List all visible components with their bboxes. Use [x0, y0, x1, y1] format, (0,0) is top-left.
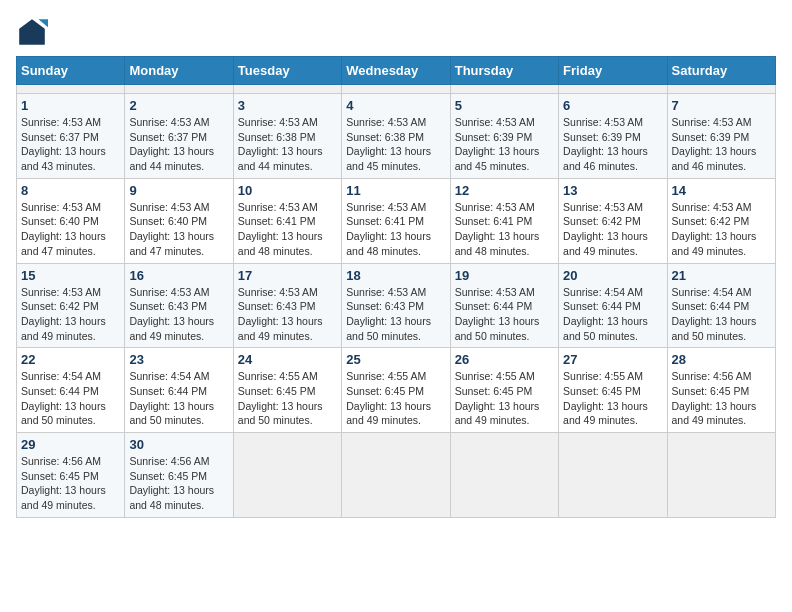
calendar-week-row: 15Sunrise: 4:53 AMSunset: 6:42 PMDayligh… — [17, 263, 776, 348]
day-number: 8 — [21, 183, 120, 198]
calendar-cell: 26Sunrise: 4:55 AMSunset: 6:45 PMDayligh… — [450, 348, 558, 433]
calendar-cell: 5Sunrise: 4:53 AMSunset: 6:39 PMDaylight… — [450, 94, 558, 179]
day-number: 3 — [238, 98, 337, 113]
day-info: Sunrise: 4:56 AMSunset: 6:45 PMDaylight:… — [129, 454, 228, 513]
day-number: 20 — [563, 268, 662, 283]
calendar-cell: 13Sunrise: 4:53 AMSunset: 6:42 PMDayligh… — [559, 178, 667, 263]
day-number: 21 — [672, 268, 771, 283]
day-number: 7 — [672, 98, 771, 113]
day-info: Sunrise: 4:53 AMSunset: 6:42 PMDaylight:… — [672, 200, 771, 259]
day-info: Sunrise: 4:53 AMSunset: 6:38 PMDaylight:… — [346, 115, 445, 174]
day-info: Sunrise: 4:53 AMSunset: 6:40 PMDaylight:… — [129, 200, 228, 259]
calendar-cell: 22Sunrise: 4:54 AMSunset: 6:44 PMDayligh… — [17, 348, 125, 433]
calendar-cell — [667, 85, 775, 94]
day-info: Sunrise: 4:55 AMSunset: 6:45 PMDaylight:… — [563, 369, 662, 428]
calendar-cell: 14Sunrise: 4:53 AMSunset: 6:42 PMDayligh… — [667, 178, 775, 263]
day-number: 27 — [563, 352, 662, 367]
calendar-cell: 1Sunrise: 4:53 AMSunset: 6:37 PMDaylight… — [17, 94, 125, 179]
calendar-cell: 19Sunrise: 4:53 AMSunset: 6:44 PMDayligh… — [450, 263, 558, 348]
day-info: Sunrise: 4:55 AMSunset: 6:45 PMDaylight:… — [346, 369, 445, 428]
day-number: 23 — [129, 352, 228, 367]
calendar-cell: 21Sunrise: 4:54 AMSunset: 6:44 PMDayligh… — [667, 263, 775, 348]
day-info: Sunrise: 4:53 AMSunset: 6:39 PMDaylight:… — [563, 115, 662, 174]
day-info: Sunrise: 4:53 AMSunset: 6:44 PMDaylight:… — [455, 285, 554, 344]
calendar-cell: 27Sunrise: 4:55 AMSunset: 6:45 PMDayligh… — [559, 348, 667, 433]
calendar-cell — [450, 85, 558, 94]
day-header-monday: Monday — [125, 57, 233, 85]
day-info: Sunrise: 4:53 AMSunset: 6:43 PMDaylight:… — [238, 285, 337, 344]
calendar-week-row: 22Sunrise: 4:54 AMSunset: 6:44 PMDayligh… — [17, 348, 776, 433]
calendar-cell: 29Sunrise: 4:56 AMSunset: 6:45 PMDayligh… — [17, 433, 125, 518]
calendar-cell — [559, 433, 667, 518]
calendar-cell: 16Sunrise: 4:53 AMSunset: 6:43 PMDayligh… — [125, 263, 233, 348]
calendar-cell: 11Sunrise: 4:53 AMSunset: 6:41 PMDayligh… — [342, 178, 450, 263]
calendar-cell: 7Sunrise: 4:53 AMSunset: 6:39 PMDaylight… — [667, 94, 775, 179]
calendar-week-row — [17, 85, 776, 94]
calendar-cell: 20Sunrise: 4:54 AMSunset: 6:44 PMDayligh… — [559, 263, 667, 348]
day-info: Sunrise: 4:56 AMSunset: 6:45 PMDaylight:… — [21, 454, 120, 513]
day-info: Sunrise: 4:54 AMSunset: 6:44 PMDaylight:… — [672, 285, 771, 344]
day-number: 2 — [129, 98, 228, 113]
day-number: 19 — [455, 268, 554, 283]
calendar-cell: 17Sunrise: 4:53 AMSunset: 6:43 PMDayligh… — [233, 263, 341, 348]
calendar-cell: 28Sunrise: 4:56 AMSunset: 6:45 PMDayligh… — [667, 348, 775, 433]
day-info: Sunrise: 4:53 AMSunset: 6:41 PMDaylight:… — [455, 200, 554, 259]
calendar-header: SundayMondayTuesdayWednesdayThursdayFrid… — [17, 57, 776, 85]
calendar-cell: 6Sunrise: 4:53 AMSunset: 6:39 PMDaylight… — [559, 94, 667, 179]
day-header-saturday: Saturday — [667, 57, 775, 85]
calendar-week-row: 1Sunrise: 4:53 AMSunset: 6:37 PMDaylight… — [17, 94, 776, 179]
day-number: 13 — [563, 183, 662, 198]
calendar-cell — [342, 433, 450, 518]
calendar-cell: 2Sunrise: 4:53 AMSunset: 6:37 PMDaylight… — [125, 94, 233, 179]
day-info: Sunrise: 4:53 AMSunset: 6:43 PMDaylight:… — [346, 285, 445, 344]
page-header — [16, 16, 776, 48]
calendar-cell: 15Sunrise: 4:53 AMSunset: 6:42 PMDayligh… — [17, 263, 125, 348]
day-number: 29 — [21, 437, 120, 452]
day-info: Sunrise: 4:53 AMSunset: 6:37 PMDaylight:… — [21, 115, 120, 174]
calendar-cell: 12Sunrise: 4:53 AMSunset: 6:41 PMDayligh… — [450, 178, 558, 263]
day-header-tuesday: Tuesday — [233, 57, 341, 85]
day-info: Sunrise: 4:55 AMSunset: 6:45 PMDaylight:… — [455, 369, 554, 428]
day-info: Sunrise: 4:53 AMSunset: 6:39 PMDaylight:… — [455, 115, 554, 174]
day-info: Sunrise: 4:53 AMSunset: 6:39 PMDaylight:… — [672, 115, 771, 174]
day-header-sunday: Sunday — [17, 57, 125, 85]
day-info: Sunrise: 4:54 AMSunset: 6:44 PMDaylight:… — [21, 369, 120, 428]
calendar-cell: 8Sunrise: 4:53 AMSunset: 6:40 PMDaylight… — [17, 178, 125, 263]
day-info: Sunrise: 4:53 AMSunset: 6:41 PMDaylight:… — [238, 200, 337, 259]
calendar-cell: 25Sunrise: 4:55 AMSunset: 6:45 PMDayligh… — [342, 348, 450, 433]
calendar-cell: 24Sunrise: 4:55 AMSunset: 6:45 PMDayligh… — [233, 348, 341, 433]
calendar-cell: 23Sunrise: 4:54 AMSunset: 6:44 PMDayligh… — [125, 348, 233, 433]
calendar-cell: 10Sunrise: 4:53 AMSunset: 6:41 PMDayligh… — [233, 178, 341, 263]
day-info: Sunrise: 4:54 AMSunset: 6:44 PMDaylight:… — [129, 369, 228, 428]
day-info: Sunrise: 4:55 AMSunset: 6:45 PMDaylight:… — [238, 369, 337, 428]
day-number: 30 — [129, 437, 228, 452]
day-number: 16 — [129, 268, 228, 283]
calendar-cell — [233, 433, 341, 518]
calendar-body: 1Sunrise: 4:53 AMSunset: 6:37 PMDaylight… — [17, 85, 776, 518]
day-info: Sunrise: 4:53 AMSunset: 6:42 PMDaylight:… — [563, 200, 662, 259]
logo-icon — [16, 16, 48, 48]
day-info: Sunrise: 4:53 AMSunset: 6:43 PMDaylight:… — [129, 285, 228, 344]
day-info: Sunrise: 4:54 AMSunset: 6:44 PMDaylight:… — [563, 285, 662, 344]
calendar-cell: 9Sunrise: 4:53 AMSunset: 6:40 PMDaylight… — [125, 178, 233, 263]
day-number: 24 — [238, 352, 337, 367]
calendar-cell: 18Sunrise: 4:53 AMSunset: 6:43 PMDayligh… — [342, 263, 450, 348]
day-number: 15 — [21, 268, 120, 283]
day-info: Sunrise: 4:56 AMSunset: 6:45 PMDaylight:… — [672, 369, 771, 428]
day-header-thursday: Thursday — [450, 57, 558, 85]
calendar-week-row: 29Sunrise: 4:56 AMSunset: 6:45 PMDayligh… — [17, 433, 776, 518]
day-number: 12 — [455, 183, 554, 198]
days-header-row: SundayMondayTuesdayWednesdayThursdayFrid… — [17, 57, 776, 85]
day-number: 17 — [238, 268, 337, 283]
day-number: 10 — [238, 183, 337, 198]
day-number: 25 — [346, 352, 445, 367]
day-info: Sunrise: 4:53 AMSunset: 6:41 PMDaylight:… — [346, 200, 445, 259]
day-number: 6 — [563, 98, 662, 113]
calendar-cell — [342, 85, 450, 94]
day-number: 11 — [346, 183, 445, 198]
calendar-cell — [559, 85, 667, 94]
day-number: 14 — [672, 183, 771, 198]
calendar-cell — [667, 433, 775, 518]
logo — [16, 16, 52, 48]
day-info: Sunrise: 4:53 AMSunset: 6:37 PMDaylight:… — [129, 115, 228, 174]
